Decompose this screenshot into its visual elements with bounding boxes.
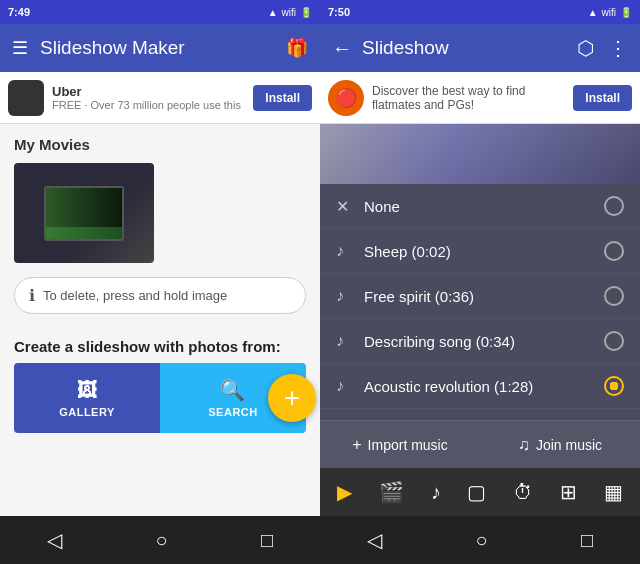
right-ad-text: Discover the best way to find flatmates …	[372, 84, 573, 112]
menu-icon[interactable]: ☰	[12, 37, 28, 59]
music-item-radio[interactable]	[604, 286, 624, 306]
signal-icon: ▲	[268, 7, 278, 18]
monitor-screen	[44, 186, 124, 241]
music-actions: + Import music ♫ Join music	[320, 420, 640, 468]
music-list-item[interactable]: ♪Free spirit (0:36)	[320, 274, 640, 319]
right-bottom-bar: ▶ 🎬 ♪ ▢ ⏱ ⊞ ▦	[320, 468, 640, 516]
preview-image	[320, 124, 640, 184]
music-dropdown: ✕None♪Sheep (0:02)♪Free spirit (0:36)♪De…	[320, 184, 640, 420]
left-status-icons: ▲ wifi 🔋	[268, 7, 312, 18]
music-item-icon: ♪	[336, 242, 360, 260]
wifi-icon: wifi	[282, 7, 296, 18]
right-statusbar: 7:50 ▲ wifi 🔋	[320, 0, 640, 24]
music-item-radio[interactable]	[604, 331, 624, 351]
gift-icon[interactable]: 🎁	[286, 37, 308, 59]
share-icon[interactable]: ⬡	[577, 36, 594, 60]
fab-icon: +	[284, 382, 300, 414]
left-home-nav[interactable]: ○	[155, 529, 167, 552]
fab-button[interactable]: +	[268, 374, 316, 422]
music-item-label: Free spirit (0:36)	[360, 288, 604, 305]
screen-bar	[46, 227, 122, 239]
right-time: 7:50	[328, 6, 350, 18]
left-back-nav[interactable]: ◁	[47, 528, 62, 552]
join-music-button[interactable]: ♫ Join music	[480, 421, 640, 468]
timer-tool-icon[interactable]: ⏱	[509, 477, 537, 508]
right-nav-bar: ◁ ○ □	[320, 516, 640, 564]
gallery-icon: 🖼	[77, 379, 98, 402]
music-item-radio[interactable]	[604, 196, 624, 216]
left-recents-nav[interactable]: □	[261, 529, 273, 552]
ad-subtitle: FREE · Over 73 million people use this	[52, 99, 253, 111]
ad-title: Uber	[52, 84, 253, 99]
gallery-button[interactable]: 🖼 GALLERY	[14, 363, 160, 433]
import-music-label: Import music	[368, 437, 448, 453]
join-music-label: Join music	[536, 437, 602, 453]
music-list-item[interactable]: ♪Describing song (0:34)	[320, 319, 640, 364]
create-label: Create a slideshow with photos from:	[0, 324, 320, 363]
music-list-item[interactable]: ↓Winter blue (2:04)	[320, 409, 640, 420]
right-install-button[interactable]: Install	[573, 85, 632, 111]
left-toolbar: ☰ Slideshow Maker 🎁	[0, 24, 320, 72]
right-wifi-icon: wifi	[602, 7, 616, 18]
left-install-button[interactable]: Install	[253, 85, 312, 111]
import-icon: +	[352, 436, 361, 454]
music-item-icon: ✕	[336, 197, 360, 216]
left-panel: 7:49 ▲ wifi 🔋 ☰ Slideshow Maker 🎁 Uber F…	[0, 0, 320, 564]
create-buttons: 🖼 GALLERY 🔍 SEARCH +	[14, 363, 306, 433]
gallery-label: GALLERY	[59, 406, 115, 418]
music-item-icon: ♪	[336, 377, 360, 395]
crop-tool-icon[interactable]: ⊞	[556, 476, 581, 508]
music-list-item[interactable]: ♪Acoustic revolution (1:28)	[320, 364, 640, 409]
right-ad-logo: 🔴	[328, 80, 364, 116]
left-statusbar: 7:49 ▲ wifi 🔋	[0, 0, 320, 24]
monitor-shape	[14, 163, 154, 263]
join-icon: ♫	[518, 436, 530, 454]
app-title: Slideshow Maker	[40, 37, 274, 59]
info-box: ℹ To delete, press and hold image	[14, 277, 306, 314]
right-status-icons: ▲ wifi 🔋	[588, 7, 632, 18]
filter-tool-icon[interactable]: ▦	[600, 476, 627, 508]
music-item-icon: ♪	[336, 332, 360, 350]
play-tool-icon[interactable]: ▶	[333, 476, 356, 508]
music-item-label: Sheep (0:02)	[360, 243, 604, 260]
music-item-label: Acoustic revolution (1:28)	[360, 378, 604, 395]
ad-text: Uber FREE · Over 73 million people use t…	[52, 84, 253, 111]
frame-tool-icon[interactable]: ▢	[463, 476, 490, 508]
info-icon: ℹ	[29, 286, 35, 305]
search-icon: 🔍	[220, 378, 246, 402]
music-list-item[interactable]: ✕None	[320, 184, 640, 229]
music-item-radio[interactable]	[604, 241, 624, 261]
more-icon[interactable]: ⋮	[608, 36, 628, 60]
clip-tool-icon[interactable]: 🎬	[375, 476, 408, 508]
toolbar-right-icons: ⬡ ⋮	[577, 36, 628, 60]
right-battery-icon: 🔋	[620, 7, 632, 18]
left-nav-bar: ◁ ○ □	[0, 516, 320, 564]
right-back-nav[interactable]: ◁	[367, 528, 382, 552]
right-home-nav[interactable]: ○	[475, 529, 487, 552]
slideshow-title: Slideshow	[362, 37, 567, 59]
search-label: SEARCH	[208, 406, 257, 418]
import-music-button[interactable]: + Import music	[320, 421, 480, 468]
left-time: 7:49	[8, 6, 30, 18]
left-ad-banner: Uber FREE · Over 73 million people use t…	[0, 72, 320, 124]
music-list-item[interactable]: ♪Sheep (0:02)	[320, 229, 640, 274]
my-movies-title: My Movies	[0, 124, 320, 159]
right-toolbar: ← Slideshow ⬡ ⋮	[320, 24, 640, 72]
right-recents-nav[interactable]: □	[581, 529, 593, 552]
right-panel: 7:50 ▲ wifi 🔋 ← Slideshow ⬡ ⋮ 🔴 Discover…	[320, 0, 640, 564]
battery-icon: 🔋	[300, 7, 312, 18]
music-item-radio[interactable]	[604, 376, 624, 396]
music-item-icon: ♪	[336, 287, 360, 305]
music-item-label: None	[360, 198, 604, 215]
back-button[interactable]: ←	[332, 37, 352, 60]
info-text: To delete, press and hold image	[43, 288, 227, 303]
music-tool-icon[interactable]: ♪	[427, 477, 445, 508]
ad-logo	[8, 80, 44, 116]
music-item-label: Describing song (0:34)	[360, 333, 604, 350]
right-signal-icon: ▲	[588, 7, 598, 18]
right-ad-banner: 🔴 Discover the best way to find flatmate…	[320, 72, 640, 124]
slideshow-preview	[320, 124, 640, 184]
movie-thumbnail	[14, 163, 154, 263]
